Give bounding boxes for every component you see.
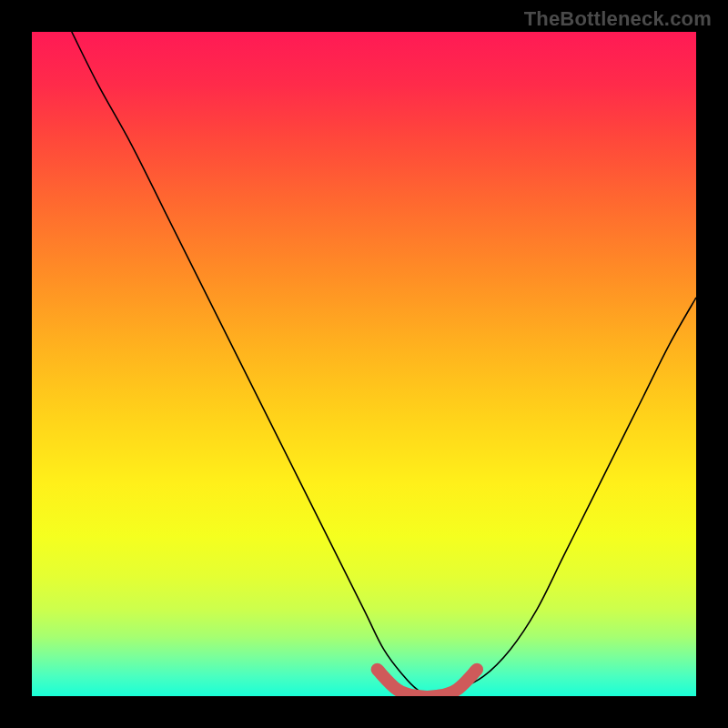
plot-area (32, 32, 696, 696)
curve-svg (32, 32, 696, 696)
bottleneck-curve (72, 32, 696, 696)
chart-frame: TheBottleneck.com (0, 0, 728, 728)
optimal-zone-marker (378, 670, 477, 696)
watermark-text: TheBottleneck.com (524, 7, 712, 31)
